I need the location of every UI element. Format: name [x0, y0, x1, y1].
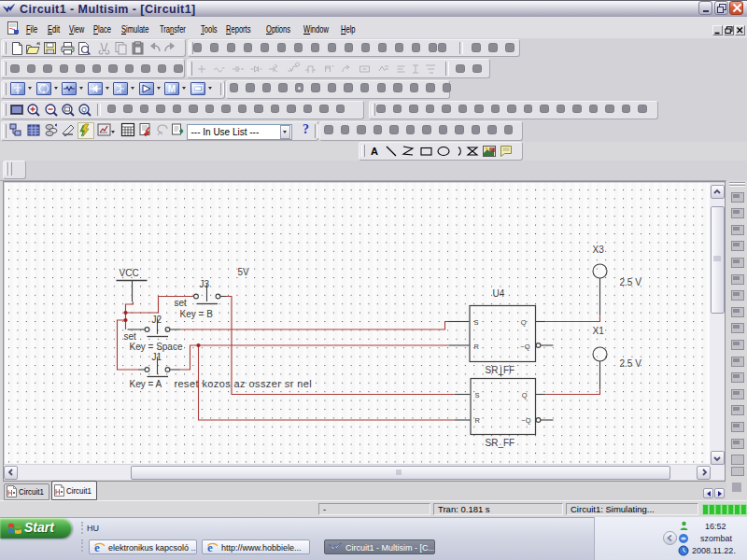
svg-text:S: S	[475, 391, 480, 399]
svg-text:M: M	[168, 84, 176, 94]
svg-text:X1: X1	[593, 326, 605, 336]
svg-text:R: R	[474, 343, 480, 351]
svg-text:2.5 V: 2.5 V	[620, 358, 642, 369]
svg-text:R: R	[475, 416, 481, 425]
svg-text:set: set	[175, 298, 188, 308]
svg-text:5V: 5V	[238, 267, 250, 277]
svg-text:A: A	[371, 146, 378, 157]
svg-text:Key = B: Key = B	[180, 309, 214, 319]
svg-text:~Q: ~Q	[520, 343, 529, 351]
svg-text:Q: Q	[522, 391, 528, 399]
svg-text:SR_FF: SR_FF	[486, 365, 515, 375]
svg-text:set: set	[124, 331, 137, 342]
svg-text:S: S	[474, 318, 479, 327]
svg-text:SR_FF: SR_FF	[486, 438, 515, 448]
svg-text:X3: X3	[593, 245, 605, 255]
svg-text:J3: J3	[200, 279, 210, 289]
svg-text:~Q: ~Q	[521, 416, 530, 425]
svg-text:Q: Q	[521, 318, 527, 327]
svg-text:U4: U4	[493, 288, 505, 299]
svg-text:Key = Space: Key = Space	[130, 342, 183, 352]
svg-text:Q: Q	[81, 106, 87, 114]
svg-text:reset kozos az osszer sr nel: reset kozos az osszer sr nel	[175, 378, 313, 389]
svg-text:VCC: VCC	[120, 268, 139, 278]
svg-text:Key = A: Key = A	[130, 379, 162, 389]
svg-text:2.5 V: 2.5 V	[620, 277, 642, 287]
